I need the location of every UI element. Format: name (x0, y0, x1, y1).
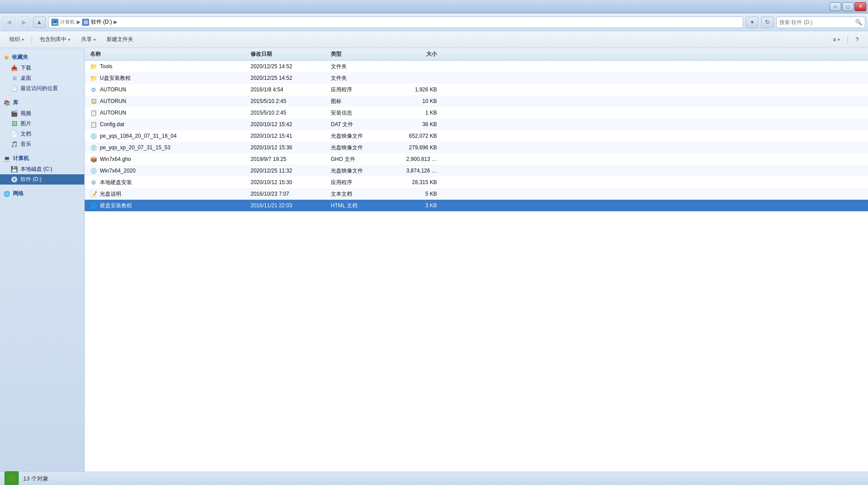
network-header[interactable]: 🌐 网络 (0, 188, 84, 199)
video-icon: 🎬 (11, 110, 18, 117)
file-date-cell: 2016/11/21 22:03 (248, 202, 328, 209)
forward-button[interactable]: ▶ (18, 16, 30, 28)
col-header-date[interactable]: 修改日期 (248, 50, 328, 58)
file-type-cell: DAT 文件 (328, 121, 386, 128)
computer-header[interactable]: 💻 计算机 (0, 153, 84, 164)
minimize-button[interactable]: ─ (830, 2, 841, 11)
help-icon: ? (856, 37, 859, 43)
file-type-cell: 光盘映像文件 (328, 132, 386, 140)
image-icon: 🖼 (11, 120, 18, 127)
file-date-cell: 2020/12/25 11:32 (248, 168, 328, 174)
file-type-cell: 光盘映像文件 (328, 144, 386, 152)
breadcrumb-drive[interactable]: 软件 (D:) (91, 18, 112, 26)
file-type-icon: 💿 (90, 132, 97, 140)
search-input[interactable] (779, 19, 853, 25)
table-row[interactable]: 📦 Win7x64.gho 2019/9/7 19:25 GHO 文件 2,90… (85, 153, 868, 165)
table-row[interactable]: 💿 pe_yqs_1064_20_07_31_16_04 2020/10/12 … (85, 130, 868, 142)
titlebar: ─ □ ✕ (0, 0, 868, 13)
file-name-cell: 📋 AUTORUN (87, 109, 248, 116)
sidebar-item-music[interactable]: 🎵 音乐 (0, 139, 84, 149)
sidebar-label-video: 视频 (21, 110, 31, 117)
table-row[interactable]: 🖼 AUTORUN 2015/5/10 2:45 图标 10 KB (85, 95, 868, 107)
sidebar-label-download: 下载 (21, 64, 31, 72)
table-row[interactable]: 💿 Win7x64_2020 2020/12/25 11:32 光盘映像文件 3… (85, 165, 868, 177)
include-library-button[interactable]: 包含到库中 ▾ (35, 33, 75, 46)
sidebar-label-doc: 文档 (21, 130, 31, 138)
sidebar-label-drive-d: 软件 (D:) (21, 176, 41, 183)
file-size-cell: 36 KB (386, 121, 440, 127)
close-button[interactable]: ✕ (855, 2, 866, 11)
col-header-name[interactable]: 名称 (87, 50, 248, 58)
table-row[interactable]: 📋 AUTORUN 2015/5/10 2:45 安装信息 1 KB (85, 107, 868, 119)
share-button[interactable]: 共享 ▾ (76, 33, 101, 46)
sidebar-item-image[interactable]: 🖼 图片 (0, 119, 84, 129)
refresh-button[interactable]: ↻ (761, 16, 773, 28)
desktop-icon: 🖥 (11, 75, 18, 82)
file-type-icon: 📦 (90, 156, 97, 163)
table-row[interactable]: 📁 U盘安装教程 2020/12/25 14:52 文件夹 (85, 72, 868, 84)
computer-label: 计算机 (13, 155, 29, 162)
file-name-cell: 📁 U盘安装教程 (87, 74, 248, 82)
favorites-header[interactable]: ★ 收藏夹 (0, 52, 84, 63)
file-name: 光盘说明 (100, 190, 121, 198)
sidebar-item-video[interactable]: 🎬 视频 (0, 108, 84, 119)
file-type-icon: 🌐 (90, 202, 97, 209)
library-label: 库 (13, 99, 18, 107)
sidebar-item-drive-d[interactable]: 💿 软件 (D:) (0, 174, 84, 185)
organize-button[interactable]: 组织 ▾ (4, 33, 29, 46)
view-button[interactable]: ≡ ▾ (828, 33, 845, 46)
file-size-cell: 3,874,126 … (386, 168, 440, 174)
search-icon[interactable]: 🔍 (855, 19, 862, 25)
table-row[interactable]: ⚙ 本地硬盘安装 2020/10/12 15:30 应用程序 28,315 KB (85, 177, 868, 188)
table-row[interactable]: 📝 光盘说明 2016/10/23 7:07 文本文档 5 KB (85, 188, 868, 200)
file-size-cell: 3 KB (386, 202, 440, 209)
back-button[interactable]: ◀ (3, 16, 15, 28)
col-header-size[interactable]: 大小 (386, 50, 440, 58)
table-row[interactable]: 💿 pe_yqs_xp_20_07_31_15_53 2020/10/12 15… (85, 142, 868, 153)
new-folder-button[interactable]: 新建文件夹 (102, 33, 138, 46)
sidebar-label-drive-c: 本地磁盘 (C:) (21, 165, 52, 173)
sidebar-label-image: 图片 (21, 120, 31, 127)
network-icon: 🌐 (4, 191, 10, 197)
file-size-cell: 2,900,813 … (386, 156, 440, 162)
file-size-cell: 279,696 KB (386, 144, 440, 151)
sidebar-item-drive-c[interactable]: 💾 本地磁盘 (C:) (0, 164, 84, 174)
up-button[interactable]: ▲ (33, 16, 45, 28)
breadcrumb-computer[interactable]: 计算机 (60, 19, 75, 25)
network-label: 网络 (13, 190, 24, 197)
file-type-cell: 应用程序 (328, 179, 386, 186)
include-library-label: 包含到库中 (40, 36, 66, 43)
file-type-cell: 图标 (328, 98, 386, 105)
computer-icon: 💻 (51, 19, 58, 26)
sidebar-item-download[interactable]: 📥 下载 (0, 63, 84, 73)
computer-nav-icon: 💻 (4, 156, 10, 162)
search-box: 🔍 (776, 16, 865, 28)
file-area: 名称 修改日期 类型 大小 📁 Tools 2020/12/25 14:52 文… (85, 48, 868, 472)
file-type-icon: 📝 (90, 190, 97, 197)
recent-icon: 🕐 (11, 85, 18, 92)
file-name: pe_yqs_xp_20_07_31_15_53 (100, 144, 170, 151)
sidebar-item-recent[interactable]: 🕐 最近访问的位置 (0, 83, 84, 94)
file-type-cell: HTML 文档 (328, 202, 386, 210)
library-section: 📚 库 🎬 视频 🖼 图片 📄 文档 🎵 音乐 (0, 97, 84, 149)
file-date-cell: 2016/10/23 7:07 (248, 191, 328, 197)
table-row[interactable]: 📁 Tools 2020/12/25 14:52 文件夹 (85, 61, 868, 72)
sidebar-item-desktop[interactable]: 🖥 桌面 (0, 73, 84, 83)
file-name-cell: 💿 Win7x64_2020 (87, 167, 248, 174)
help-button[interactable]: ? (851, 33, 864, 46)
file-type-cell: 应用程序 (328, 86, 386, 94)
library-header[interactable]: 📚 库 (0, 97, 84, 108)
maximize-button[interactable]: □ (842, 2, 854, 11)
statusbar: 🌿 13 个对象 (0, 472, 868, 485)
sidebar-label-music: 音乐 (21, 140, 31, 148)
col-header-type[interactable]: 类型 (328, 50, 386, 58)
table-row[interactable]: 🌐 硬盘安装教程 2016/11/21 22:03 HTML 文档 3 KB (85, 200, 868, 211)
column-headers: 名称 修改日期 类型 大小 (85, 48, 868, 61)
table-row[interactable]: 📋 Config.dat 2020/10/12 15:42 DAT 文件 36 … (85, 119, 868, 130)
table-row[interactable]: ⚙ AUTORUN 2016/1/8 4:54 应用程序 1,926 KB (85, 84, 868, 95)
library-icon: 📚 (4, 100, 10, 106)
file-name: Win7x64.gho (100, 156, 131, 162)
dropdown-button[interactable]: ▾ (746, 16, 758, 28)
status-count: 13 个对象 (23, 475, 49, 483)
sidebar-item-doc[interactable]: 📄 文档 (0, 129, 84, 139)
